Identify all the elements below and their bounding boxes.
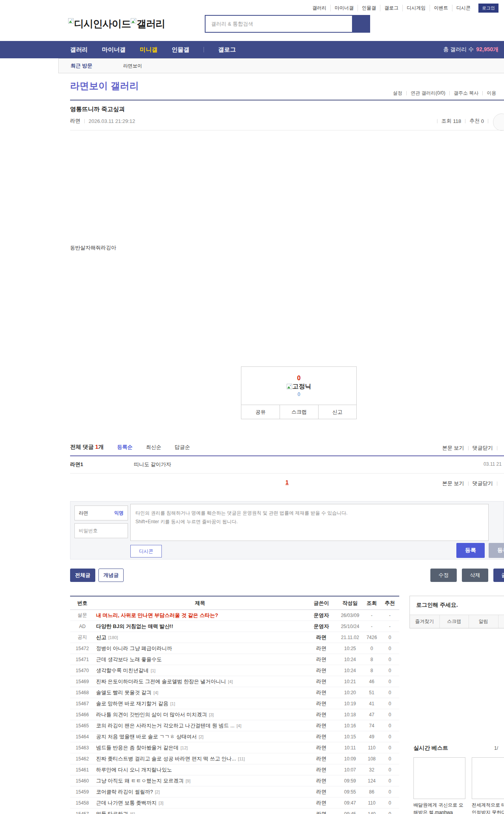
top-link[interactable]: 디시게임 [402, 5, 430, 11]
favorites-tab[interactable]: 즐겨찾기 [410, 615, 439, 628]
post-writer[interactable]: 라면 [306, 766, 337, 773]
realtime-best-pagination[interactable]: 1/ [494, 745, 498, 751]
comment-textarea[interactable]: 타인의 권리를 침해하거나 명예를 훼손하는 댓글은 운영원칙 및 관련 법률에… [130, 504, 489, 541]
delete-button[interactable]: 삭제 [462, 569, 488, 582]
table-row[interactable]: 설문 내 며느리, 사위로 만나면 부담스러울 것 같은 스타는? 운영자 26… [70, 610, 399, 621]
comment-submit-button[interactable]: 등록 [456, 543, 485, 558]
post-writer[interactable]: 라면 [70, 117, 80, 125]
post-writer[interactable]: 라면 [306, 722, 337, 729]
nav-item-gallog[interactable]: 갤로그 [218, 46, 236, 54]
concept-posts-button[interactable]: 개념글 [98, 569, 124, 582]
gallery-title[interactable]: 라면보이 갤러리 [70, 80, 139, 92]
guide-link[interactable]: 이용 [487, 90, 496, 97]
view-post-link[interactable]: 본문 보기 [442, 480, 464, 487]
post-writer[interactable]: 라면 [306, 711, 337, 718]
table-row[interactable]: 15462 진짜 좆티스트병 걸리고 솔로 성공 바라면 편지 떡 쓰고 안나.… [70, 753, 399, 764]
close-comments-link[interactable]: 댓글닫기 [472, 480, 493, 487]
table-row[interactable]: 15466 라나틀 의견이 갓반인의 삶이 더 많아서 미치겠긔[3] 라면 1… [70, 709, 399, 720]
post-title-link[interactable]: 하루만에 다시 오니 개지랄나있노 [94, 766, 306, 773]
post-title-link[interactable]: 내 며느리, 사위로 만나면 부담스러울 것 같은 스타는? [94, 612, 306, 619]
table-row[interactable]: 15465 코의 라깅이 팬은 사라지는거 각오하고 나간걸텐데 뭔 넴드 ..… [70, 720, 399, 731]
table-row[interactable]: 15470 생각할수록 미친년같네[1] 라면 10:24 8 0 [70, 665, 399, 676]
anonymous-toggle[interactable]: 익명 [114, 510, 124, 517]
post-writer[interactable]: 라면 [306, 656, 337, 663]
dccon-button[interactable]: 디시콘 [130, 545, 162, 558]
table-row[interactable]: 15461 하루만에 다시 오니 개지랄나있노 라면 10:07 32 0 [70, 764, 399, 775]
post-title-link[interactable]: 넴드들 반응은 좀 찾아봤을거 같은데[12] [94, 744, 306, 751]
post-title-link[interactable]: 코어클락 라깅이 썰릴까?[2] [94, 788, 306, 795]
view-post-link[interactable]: 본문 보기 [442, 444, 464, 452]
comment-count-bubble[interactable] [493, 113, 504, 131]
table-row[interactable]: 15467 솔로 망하면 바로 재기할거 같음[1] 라면 10:19 41 0 [70, 698, 399, 709]
comment-writer[interactable]: 라면1 [70, 461, 83, 468]
post-title-link[interactable]: 코의 라깅이 팬은 사라지는거 각오하고 나간걸텐데 뭔 넴드 ...[4] [94, 722, 306, 729]
best-thumbnail[interactable] [413, 757, 465, 799]
share-button[interactable]: 공유 [241, 405, 280, 419]
close-comments-link[interactable]: 댓글닫기 [472, 444, 493, 452]
nav-item-minorgal[interactable]: 마이너갤 [102, 46, 126, 54]
all-posts-button[interactable]: 전체글 [70, 569, 95, 582]
table-row[interactable]: 15472 정병이 아니라 그냥 폐급이라니까 라면 10:25 0 0 [70, 643, 399, 654]
tab-sort-reply[interactable]: 답글순 [175, 444, 190, 451]
top-link[interactable]: 디시콘 [452, 5, 474, 11]
top-link[interactable]: 갤러리 [308, 5, 330, 11]
extra-tab[interactable] [498, 615, 504, 628]
table-row[interactable]: AD 다양한 BJ의 거침없는 매력 발산!! 운영자 25/10/24 - - [70, 621, 399, 632]
top-link[interactable]: 이벤트 [430, 5, 452, 11]
post-writer[interactable]: 라면 [306, 755, 337, 762]
table-row[interactable]: 15471 근데 생각보다 노래 좋을수도 라면 10:24 8 0 [70, 654, 399, 665]
table-row[interactable]: 15459 코어클락 라깅이 썰릴까?[2] 라면 09:55 86 0 [70, 786, 399, 797]
recent-visit-label[interactable]: 최근 방문 [70, 62, 93, 69]
post-writer[interactable]: 라면 [306, 667, 337, 674]
table-row[interactable]: 15460 그냥 아직도 왜 ㅌㅌㅇ했는지 모르겠긔[9] 라면 09:59 1… [70, 775, 399, 786]
post-writer[interactable]: 라면 [306, 689, 337, 696]
edit-button[interactable]: 수정 [430, 569, 457, 582]
table-row[interactable]: 15458 근데 나가면 보통 좆백까지[3] 라면 09:47 110 0 [70, 797, 399, 808]
page-number[interactable]: 1 [285, 479, 289, 485]
copy-url-link[interactable]: 갤주소 복사 [454, 90, 478, 97]
post-title-link[interactable]: 진짜 좆티스트병 걸리고 솔로 성공 바라면 편지 떡 쓰고 안나...[11] [94, 755, 306, 762]
table-row[interactable]: 15457 얼들 타로하긔[6] 라면 09:45 140 0 [70, 808, 399, 814]
post-title-link[interactable]: 라나틀 의견이 갓반인의 삶이 더 많아서 미치겠긔[3] [94, 711, 306, 718]
comment-submit-button-secondary[interactable]: 등록 [489, 543, 504, 558]
search-button[interactable] [352, 16, 369, 32]
table-row[interactable]: 공지 신고[180] 라면 21.11.02 7426 0 [70, 632, 399, 643]
report-button[interactable]: 신고 [318, 405, 356, 419]
related-gallery-link[interactable]: 연관 갤러리(0/0) [411, 90, 445, 97]
post-writer[interactable]: 라면 [306, 678, 337, 685]
post-title-link[interactable]: 진짜 은토이하더라도 그전에 솔로앨범 한장은 낼거아니니[4] [94, 678, 306, 685]
scrap-tab[interactable]: 스크랩 [439, 615, 469, 628]
top-link[interactable]: 갤로그 [380, 5, 402, 11]
best-thumbnail[interactable] [472, 757, 504, 799]
settings-link[interactable]: 설정 [393, 90, 402, 97]
login-button[interactable]: 로그인 [478, 4, 498, 13]
post-writer[interactable]: 라면 [306, 810, 337, 814]
table-row[interactable]: 15463 넴드들 반응은 좀 찾아봤을거 같은데[12] 라면 10:11 1… [70, 742, 399, 753]
post-title-link[interactable]: 솔앨도 빨리 못올것 같긔[4] [94, 689, 306, 696]
post-writer[interactable]: 라면 [306, 788, 337, 795]
post-title-link[interactable]: 공지 처음 떴을땐 바로 솔로 ㄱㄱㅎ 상태여서[2] [94, 733, 306, 740]
password-field[interactable] [74, 523, 128, 538]
post-writer[interactable]: 운영자 [306, 623, 337, 630]
post-title-link[interactable]: 근데 나가면 보통 좆백까지[3] [94, 799, 306, 807]
post-title-link[interactable]: 얼들 타로하긔[6] [94, 810, 306, 814]
post-writer[interactable]: 운영자 [306, 612, 337, 619]
tab-sort-registered[interactable]: 등록순 [117, 444, 133, 451]
post-writer[interactable]: 라면 [306, 700, 337, 707]
post-writer[interactable]: 라면 [306, 645, 337, 652]
table-row[interactable]: 15464 공지 처음 떴을땐 바로 솔로 ㄱㄱㅎ 상태여서[2] 라면 10:… [70, 731, 399, 742]
post-title-link[interactable]: 정병이 아니라 그냥 폐급이라니까 [94, 645, 306, 652]
post-title-link[interactable]: 생각할수록 미친년같네[1] [94, 667, 306, 674]
post-title-link[interactable]: 근데 생각보다 노래 좋을수도 [94, 656, 306, 663]
post-writer[interactable]: 라면 [306, 777, 337, 784]
scrap-button[interactable]: 스크랩 [280, 405, 318, 419]
post-writer[interactable]: 라면 [306, 799, 337, 807]
nav-item-minigal[interactable]: 미니갤 [140, 46, 158, 54]
site-logo[interactable]: 디시인사이드갤러리 [68, 17, 165, 30]
top-link[interactable]: 마이너갤 [330, 5, 358, 11]
top-link[interactable]: 인물갤 [358, 5, 380, 11]
post-writer[interactable]: 라면 [306, 733, 337, 740]
nickname-field[interactable]: 라면 익명 [74, 505, 128, 520]
recent-visit-gallery-link[interactable]: 라면보이 [123, 63, 142, 69]
post-title-link[interactable]: 다양한 BJ의 거침없는 매력 발산!! [94, 623, 306, 630]
